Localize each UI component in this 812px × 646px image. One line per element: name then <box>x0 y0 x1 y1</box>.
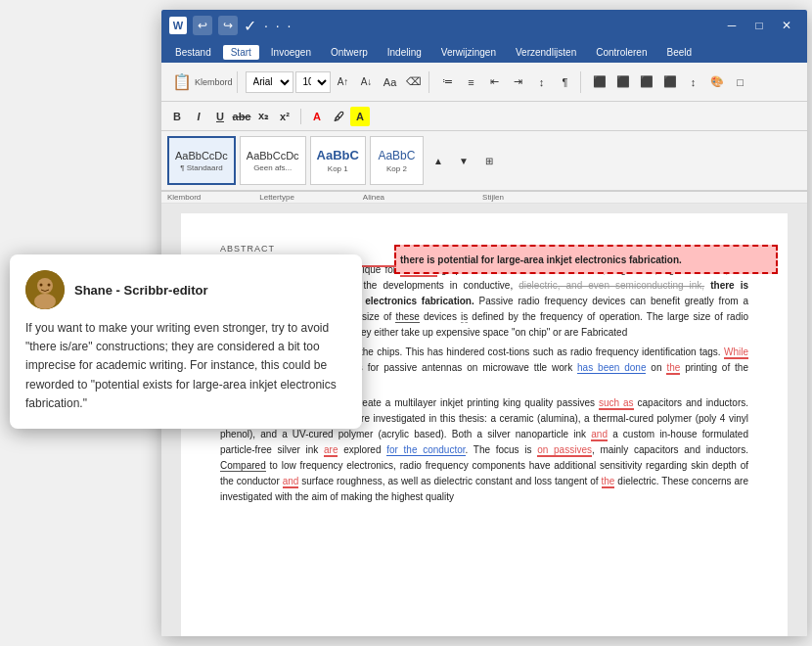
word-on-passives: on passives <box>537 444 592 457</box>
tab-ontwerp[interactable]: Ontwerp <box>323 45 376 60</box>
comment-bubble: Shane - Scribbr-editor If you want to ma… <box>10 254 362 429</box>
redo-button[interactable]: ↪ <box>218 16 238 35</box>
tab-bestand[interactable]: Bestand <box>167 45 219 60</box>
styles-bar: AaBbCcDc ¶ Standaard AaBbCcDc Geen afs..… <box>161 131 807 192</box>
style-geen-afs[interactable]: AaBbCcDc Geen afs... <box>240 136 306 185</box>
more-icon: · · · <box>264 18 293 33</box>
word-compared: Compared <box>220 460 266 472</box>
close-button[interactable]: ✕ <box>774 16 799 35</box>
align-justify-button[interactable]: ⬛ <box>659 71 681 93</box>
underline-button[interactable]: U <box>210 107 230 126</box>
word-such-as: such as <box>599 397 634 410</box>
title-bar: W ↩ ↪ ✓ · · · ─ □ ✕ <box>161 10 807 41</box>
minimize-button[interactable]: ─ <box>719 16 744 35</box>
bold-button[interactable]: B <box>167 107 187 126</box>
bullet-list-button[interactable]: ≔ <box>437 71 459 93</box>
align-center-button[interactable]: ⬛ <box>612 71 634 93</box>
style-kop2[interactable]: AaBbC Kop 2 <box>370 136 424 185</box>
tab-verzendlijsten[interactable]: Verzendlijsten <box>508 45 584 60</box>
strikethrough-button[interactable]: abc <box>232 107 251 126</box>
alinea-section-label: Alinea <box>363 193 384 202</box>
svg-point-6 <box>48 284 51 287</box>
font-size-select[interactable]: 10 <box>295 71 331 93</box>
styles-scroll-up[interactable]: ▲ <box>428 150 449 171</box>
section-labels: Klembord Lettertype Alinea Stijlen <box>161 192 807 204</box>
check-icon: ✓ <box>244 17 258 35</box>
font-select[interactable]: Arial <box>246 71 293 93</box>
tab-beeld[interactable]: Beeld <box>659 45 700 60</box>
numbered-list-button[interactable]: ≡ <box>461 71 482 93</box>
comment-header: Shane - Scribbr-editor <box>25 270 346 309</box>
stijlen-section-label: Stijlen <box>482 193 504 202</box>
comment-text: If you want to make your writing even st… <box>25 319 346 413</box>
subscript-button[interactable]: x₂ <box>253 107 273 126</box>
text-highlight-button[interactable]: A <box>350 107 370 126</box>
indent-increase-button[interactable]: ⇥ <box>508 71 529 93</box>
show-marks-button[interactable]: ¶ <box>555 71 576 93</box>
font-clear-button[interactable]: ⌫ <box>403 71 425 93</box>
highlight-overlay: there is potential for large-area inkjet… <box>394 245 778 274</box>
font-color-button[interactable]: A <box>307 107 327 126</box>
word-these: these <box>395 311 419 323</box>
word-and2: and <box>283 476 299 488</box>
klembord-label: Klembord <box>195 77 233 87</box>
paste-button[interactable]: 📋 <box>171 71 193 93</box>
superscript-button[interactable]: x² <box>275 107 294 126</box>
style-standaard[interactable]: AaBbCcDc ¶ Standaard <box>167 136 236 185</box>
undo-button[interactable]: ↩ <box>193 16 212 35</box>
word-icon: W <box>169 17 187 34</box>
align-left-button[interactable]: ⬛ <box>589 71 610 93</box>
word-has-been-done: has been done <box>577 362 646 374</box>
word-the: the <box>602 476 615 488</box>
shading-button[interactable]: 🎨 <box>706 71 728 93</box>
styles-scroll-down[interactable]: ▼ <box>453 150 474 171</box>
tab-indeling[interactable]: Indeling <box>380 45 429 60</box>
style-kop1[interactable]: AaBbC Kop 1 <box>310 136 366 185</box>
maximize-button[interactable]: □ <box>746 16 772 35</box>
ribbon-tabs: Bestand Start Invoegen Ontwerp Indeling … <box>161 41 807 63</box>
sort-button[interactable]: ↕ <box>531 71 553 93</box>
font-shrink-button[interactable]: A↓ <box>356 71 378 93</box>
strikethrough-text: dielectric, and even semiconducting ink, <box>519 280 704 291</box>
borders-button[interactable]: □ <box>730 71 751 93</box>
highlighted-text: there is potential for large-area inkjet… <box>400 253 682 267</box>
tab-verwijzingen[interactable]: Verwijzingen <box>433 45 504 60</box>
tab-invoegen[interactable]: Invoegen <box>263 45 319 60</box>
window-controls: ─ □ ✕ <box>719 16 799 35</box>
klembord-section-label: Klembord <box>167 193 201 202</box>
commenter-name: Shane - Scribbr-editor <box>74 283 208 298</box>
word-and: and <box>591 429 608 441</box>
avatar <box>25 270 65 309</box>
word-are: are <box>324 444 338 457</box>
tab-start[interactable]: Start <box>223 45 259 60</box>
klembord-group: 📋 Klembord <box>167 71 238 93</box>
tab-controleren[interactable]: Controleren <box>588 45 654 60</box>
svg-point-4 <box>34 294 56 309</box>
styles-expand[interactable]: ⊞ <box>478 150 500 171</box>
font-case-button[interactable]: Aa <box>380 71 401 93</box>
align-right-button[interactable]: ⬛ <box>636 71 657 93</box>
toolbar-row1: 📋 Klembord Arial 10 A↑ A↓ Aa ⌫ ≔ ≡ ⇤ ⇥ ↕… <box>161 63 807 102</box>
paragraph-group: ≔ ≡ ⇤ ⇥ ↕ ¶ <box>433 71 581 93</box>
lettertype-section-label: Lettertype <box>259 193 294 202</box>
word-is: is <box>461 311 468 323</box>
font-grow-button[interactable]: A↑ <box>333 71 354 93</box>
align-group: ⬛ ⬛ ⬛ ⬛ ↕ 🎨 □ <box>585 71 755 93</box>
svg-point-5 <box>40 284 43 287</box>
indent-decrease-button[interactable]: ⇤ <box>484 71 506 93</box>
italic-button[interactable]: I <box>189 107 208 126</box>
line-spacing-button[interactable]: ↕ <box>683 71 704 93</box>
toolbar-row2: B I U abc x₂ x² A 🖊 A <box>161 102 807 131</box>
highlight-color-button[interactable]: 🖊 <box>329 107 348 126</box>
font-group: Arial 10 A↑ A↓ Aa ⌫ <box>242 71 429 93</box>
word-for-the-conductor: for the conductor <box>386 444 465 456</box>
word-on: the <box>666 362 680 375</box>
